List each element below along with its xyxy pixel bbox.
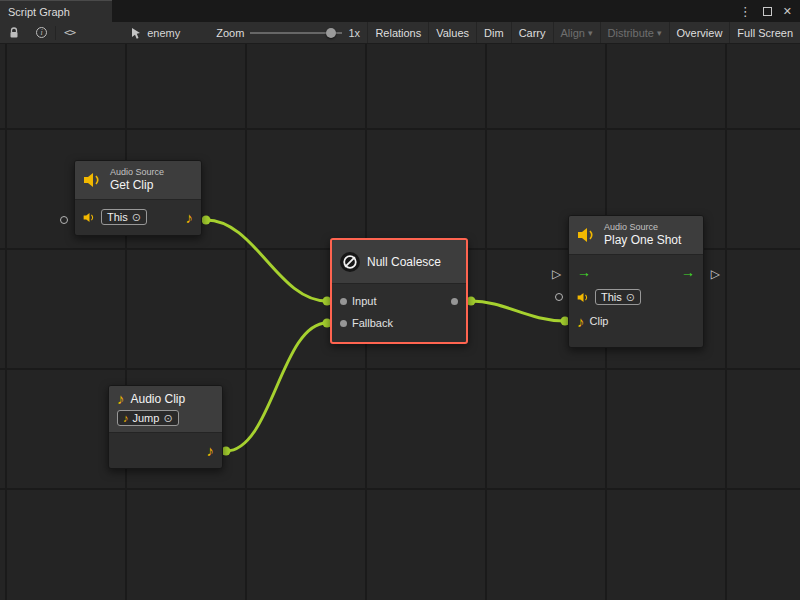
this-value: This [107, 211, 128, 223]
graph-toolbar: i <> enemy Zoom 1x Relations Values [0, 22, 800, 44]
flow-output-port-icon[interactable]: → [681, 265, 695, 279]
node-header: Audio Source Play One Shot [569, 216, 703, 255]
node-title: Get Clip [110, 178, 164, 193]
graph-pointer-icon [131, 27, 142, 39]
distribute-button[interactable]: Distribute ▾ [600, 22, 669, 43]
code-icon: <> [64, 26, 75, 39]
zoom-control: Zoom 1x [216, 27, 360, 39]
maximize-icon[interactable] [763, 7, 772, 16]
input-port[interactable] [340, 298, 347, 305]
node-subtitle: Audio Source [110, 167, 164, 178]
node-title: Null Coalesce [367, 255, 441, 269]
this-object-field[interactable]: This ⊙ [595, 289, 641, 305]
zoom-slider[interactable] [250, 28, 342, 38]
node-header: ♪ Audio Clip ♪ Jump ⊙ [109, 386, 222, 433]
node-body: This ⊙ ♪ [75, 200, 201, 235]
close-icon[interactable]: ✕ [783, 6, 792, 17]
clip-value: Jump [133, 412, 160, 424]
node-title: Play One Shot [604, 233, 681, 248]
fallback-label: Fallback [352, 317, 393, 329]
fallback-port[interactable] [340, 320, 347, 327]
node-get-clip[interactable]: Audio Source Get Clip This ⊙ ♪ [74, 160, 202, 236]
align-button[interactable]: Align ▾ [553, 22, 600, 43]
window-controls: ⋮ ✕ [739, 0, 800, 22]
graph-canvas[interactable]: Audio Source Get Clip This ⊙ ♪ [0, 44, 800, 600]
node-audio-clip[interactable]: ♪ Audio Clip ♪ Jump ⊙ ♪ [108, 385, 223, 469]
window-menu-icon[interactable]: ⋮ [739, 5, 752, 18]
script-graph-window: Script Graph ⋮ ✕ i <> enemy [0, 0, 800, 600]
audio-source-icon [83, 172, 103, 188]
zoom-label: Zoom [216, 27, 244, 39]
tab-script-graph[interactable]: Script Graph [0, 0, 112, 22]
tab-bar: Script Graph ⋮ ✕ [0, 0, 800, 22]
flow-out-triangle-icon[interactable]: ▷ [711, 268, 720, 280]
graph-name: enemy [147, 27, 180, 39]
wire-endpoint[interactable] [202, 216, 211, 225]
overview-button[interactable]: Overview [669, 22, 730, 43]
tab-title: Script Graph [8, 6, 70, 18]
result-output-port[interactable] [451, 298, 458, 305]
wire-audioclip-to-fallback[interactable] [226, 323, 327, 451]
edit-graph-button[interactable]: <> [56, 22, 83, 43]
node-null-coalesce[interactable]: Null Coalesce Input Fallback [330, 238, 468, 344]
object-picker-icon[interactable]: ⊙ [163, 413, 172, 424]
clip-output-port-icon[interactable]: ♪ [186, 210, 194, 225]
node-header: Audio Source Get Clip [75, 161, 201, 200]
node-title: Audio Clip [131, 392, 186, 406]
this-input-port[interactable] [60, 216, 68, 224]
node-body: ♪ [109, 433, 222, 468]
audio-source-port-icon[interactable] [83, 212, 96, 223]
audio-source-port-icon[interactable] [577, 292, 590, 303]
input-label: Input [352, 295, 376, 307]
audio-clip-object-field[interactable]: ♪ Jump ⊙ [117, 410, 179, 426]
full-screen-button[interactable]: Full Screen [729, 22, 800, 43]
this-value: This [601, 291, 622, 303]
object-picker-icon[interactable]: ⊙ [132, 212, 141, 223]
audio-source-icon [577, 227, 597, 243]
zoom-value: 1x [348, 27, 360, 39]
object-picker-icon[interactable]: ⊙ [626, 292, 635, 303]
carry-button[interactable]: Carry [511, 22, 553, 43]
chevron-down-icon: ▾ [588, 28, 593, 38]
clip-input-port-icon[interactable]: ♪ [577, 314, 585, 329]
this-object-field[interactable]: This ⊙ [101, 209, 147, 225]
null-coalesce-icon [340, 252, 360, 272]
node-header: Null Coalesce [332, 240, 466, 284]
audio-clip-icon: ♪ [117, 391, 125, 406]
clip-label: Clip [590, 315, 609, 327]
this-input-port[interactable] [555, 293, 563, 301]
zoom-slider-handle[interactable] [326, 28, 336, 38]
graph-breadcrumb[interactable]: enemy [121, 27, 190, 39]
lock-button[interactable] [0, 22, 28, 43]
relations-button[interactable]: Relations [367, 22, 428, 43]
lock-icon [8, 27, 20, 39]
info-icon: i [36, 27, 47, 38]
tabbar-spacer [112, 0, 739, 22]
clip-output-port-icon[interactable]: ♪ [207, 443, 215, 458]
toolbar-buttons: Relations Values Dim Carry Align ▾ Distr… [367, 22, 800, 43]
flow-input-port-icon[interactable]: → [577, 265, 591, 279]
chevron-down-icon: ▾ [657, 28, 662, 38]
values-button[interactable]: Values [428, 22, 476, 43]
music-note-icon: ♪ [123, 413, 129, 424]
dim-button[interactable]: Dim [476, 22, 511, 43]
node-subtitle: Audio Source [604, 222, 681, 233]
wire-nullcoalesce-to-clip[interactable] [471, 301, 565, 321]
flow-in-triangle-icon[interactable]: ▷ [552, 268, 561, 280]
info-button[interactable]: i [28, 22, 55, 43]
node-body: Input Fallback [332, 284, 466, 342]
node-body: → → This ⊙ ♪ Clip [569, 255, 703, 347]
node-play-one-shot[interactable]: Audio Source Play One Shot → → This [568, 215, 704, 348]
wire-getclip-to-input[interactable] [206, 220, 327, 301]
